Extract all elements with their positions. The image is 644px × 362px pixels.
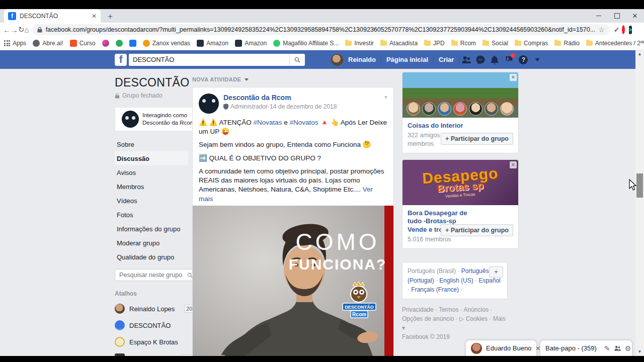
bookmark-folder[interactable]: Rcom xyxy=(451,40,476,47)
bookmark-folder[interactable]: Atacadista xyxy=(380,40,418,47)
nav-discussao[interactable]: Discussão xyxy=(115,151,188,165)
footer-link[interactable]: Cookies xyxy=(466,315,493,322)
forward-button[interactable]: → xyxy=(11,26,18,34)
hashtag-link[interactable]: #Novatos xyxy=(290,119,318,126)
home-link[interactable]: Página inicial xyxy=(381,56,433,63)
language-link[interactable]: English (US) xyxy=(439,277,478,284)
facebook-search[interactable] xyxy=(129,54,305,66)
groups-icon[interactable] xyxy=(502,50,516,69)
footer-link[interactable]: Privacidade xyxy=(402,306,439,313)
extension-check-icon[interactable]: ✓ xyxy=(614,26,620,34)
help-icon[interactable]: ? xyxy=(516,50,530,69)
feed-sort-selector[interactable]: NOVA ATIVIDADE xyxy=(192,76,394,82)
bookmark-folder[interactable]: Antecedentes / 2ªVia xyxy=(586,40,644,47)
bookmark-item[interactable]: Amazon xyxy=(235,40,267,47)
scrollbar-thumb[interactable] xyxy=(636,173,643,198)
bookmark-folder[interactable]: Compras xyxy=(515,40,548,47)
create-link[interactable]: Criar xyxy=(434,56,459,63)
new-tab-button[interactable]: + xyxy=(105,11,116,22)
tab-close-icon[interactable]: ✕ xyxy=(92,13,97,20)
join-group-button[interactable]: + Participar do grupo xyxy=(441,224,513,236)
magafilio-icon xyxy=(273,40,280,47)
join-group-button[interactable]: + Participar do grupo xyxy=(441,133,513,145)
search-icon[interactable] xyxy=(289,54,305,66)
footer-link[interactable]: Anúncios xyxy=(464,306,493,313)
nav-informacoes[interactable]: Informações do grupo xyxy=(115,222,188,236)
group-name[interactable]: DESCONTÃO xyxy=(115,76,188,89)
friend-requests-icon[interactable] xyxy=(459,50,473,69)
browser-tab[interactable]: f DESCONTÃO ✕ xyxy=(4,9,101,23)
shortcut-item[interactable]: Reinaldo Lopes 20 xyxy=(115,304,194,314)
interacting-as-box[interactable]: Interagindo como Descontão da Rcom xyxy=(115,107,201,131)
nav-avisos[interactable]: Avisos xyxy=(115,165,188,179)
facebook-logo[interactable]: f xyxy=(115,54,127,66)
post-options-chevron[interactable]: ▾ xyxy=(384,94,387,101)
bookmark-item[interactable]: Curso xyxy=(70,40,96,47)
add-language-button[interactable]: + xyxy=(489,266,503,278)
contacts-icon[interactable] xyxy=(614,345,621,351)
group-sidebar: DESCONTÃO Grupo fechado Interagindo como… xyxy=(115,76,188,356)
language-link[interactable]: Français (France) xyxy=(411,286,462,293)
bookmark-apps[interactable]: Apps xyxy=(4,40,26,47)
bookmark-folder[interactable]: JPD xyxy=(424,40,445,47)
chat-window-tab[interactable]: Eduardo Bueno ✕ xyxy=(465,340,537,356)
extension-arrow-icon[interactable]: > xyxy=(629,26,632,34)
group-search-input[interactable] xyxy=(118,271,187,279)
group-search-box[interactable] xyxy=(115,269,196,281)
user-avatar[interactable] xyxy=(331,54,343,66)
bookmark-folder[interactable]: Social xyxy=(482,40,508,47)
post-author-link[interactable]: Descontão da Rcom xyxy=(223,94,337,102)
new-message-icon[interactable]: ✎ xyxy=(604,344,610,352)
footer-link[interactable]: Mais xyxy=(493,315,506,322)
bookmark-icon-only[interactable] xyxy=(116,40,123,47)
dismiss-suggestion-icon[interactable]: ✕ xyxy=(510,161,517,168)
account-menu-icon[interactable] xyxy=(530,50,544,69)
bookmark-item[interactable]: Amazon xyxy=(197,40,228,47)
group-cover-photo[interactable]: Desapego Brotas sp Vendas e Trocas ✕ xyxy=(403,160,518,205)
profile-link[interactable]: Reinaldo xyxy=(343,56,381,63)
messenger-icon[interactable] xyxy=(473,50,488,69)
dismiss-suggestion-icon[interactable]: ✕ xyxy=(510,74,517,81)
search-input[interactable] xyxy=(129,54,289,66)
shortcut-item[interactable]: DESCONTÃO xyxy=(115,320,194,330)
bookmark-folder[interactable]: Investir xyxy=(345,40,374,47)
window-maximize-button[interactable] xyxy=(608,9,626,23)
scroll-up-arrow[interactable]: ▲ xyxy=(635,50,644,58)
shortcut-item[interactable]: Espaço K Brotas xyxy=(115,337,194,347)
reload-button[interactable]: ↻ xyxy=(18,25,25,34)
nav-fotos[interactable]: Fotos xyxy=(115,208,188,222)
bookmark-icon-only[interactable] xyxy=(129,40,136,47)
admin-shield-icon xyxy=(223,104,228,110)
chrome-menu-icon[interactable]: ⋮ xyxy=(642,26,644,34)
back-button[interactable]: ← xyxy=(3,26,11,34)
page-scrollbar[interactable]: ▲ ▼ xyxy=(635,50,644,356)
group-name-link[interactable]: Coisas do Interior xyxy=(408,122,473,130)
window-close-button[interactable]: ✕ xyxy=(626,9,644,23)
scroll-down-arrow[interactable]: ▼ xyxy=(635,348,644,356)
nav-membros[interactable]: Membros xyxy=(115,179,188,194)
home-button[interactable]: ⌂ xyxy=(25,26,29,34)
bookmark-folder[interactable]: Rádio xyxy=(554,40,579,47)
nav-sobre[interactable]: Sobre xyxy=(115,137,188,151)
url-bar[interactable]: facebook.com/groups/descontaodarcom/?mul… xyxy=(32,24,610,35)
nav-videos[interactable]: Vídeos xyxy=(115,194,188,208)
nav-moderar[interactable]: Moderar grupo xyxy=(115,236,188,250)
post-author-avatar[interactable] xyxy=(199,94,219,114)
post-image[interactable]: COMO FUNCIONA? DESCONTÃO Rcom Tire 5 mi xyxy=(193,206,393,356)
bookmark-star-icon[interactable]: ☆ xyxy=(598,26,605,34)
extension-opera-icon[interactable] xyxy=(622,25,625,34)
nav-qualidade[interactable]: Qualidade do grupo xyxy=(115,250,188,264)
footer-link[interactable]: Termos xyxy=(439,306,463,313)
group-cover-photo[interactable]: ✕ xyxy=(403,72,518,118)
window-minimize-button[interactable] xyxy=(590,9,608,23)
notifications-icon[interactable] xyxy=(488,50,502,69)
post-date[interactable]: 14 de dezembro de 2018 xyxy=(270,103,337,110)
chat-settings-icon[interactable]: ⚙ xyxy=(625,344,631,352)
footer-link[interactable]: Opções de anúncio xyxy=(402,315,459,322)
bookmark-item[interactable]: Magafilio Affiliate S... xyxy=(273,40,339,47)
chat-sidebar-tab[interactable]: Bate-papo - (359) ✎ ⚙ xyxy=(540,340,632,356)
bookmark-item[interactable]: Abre.ai! xyxy=(33,40,63,47)
hashtag-link[interactable]: #Novatas xyxy=(253,119,282,126)
bookmark-icon-only[interactable] xyxy=(102,40,109,47)
bookmark-item[interactable]: Zanox vendas xyxy=(143,40,190,47)
